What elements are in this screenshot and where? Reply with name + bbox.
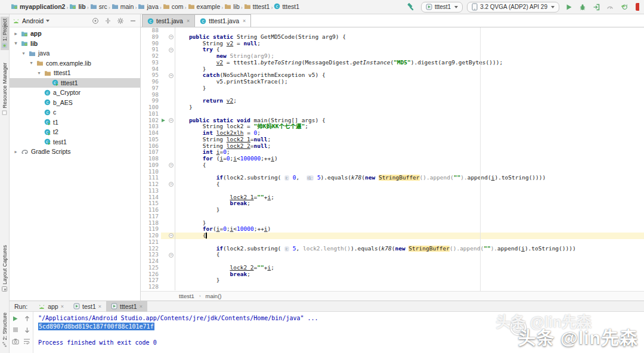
chevron-down-icon[interactable]: ▾ (36, 70, 42, 76)
breadcrumb-item-lib[interactable]: lib (69, 3, 85, 10)
tree-item-t1[interactable]: ct1 (10, 117, 140, 128)
tree-item-c[interactable]: cc (10, 107, 140, 117)
breadcrumb-item-tttest1[interactable]: ctttest1 (274, 3, 299, 10)
editor-breadcrumb-item[interactable]: tttest1 (179, 293, 194, 299)
code-text[interactable]: { (175, 252, 644, 258)
fold-marker-icon[interactable]: − (169, 35, 174, 39)
code-text[interactable]: int i=0; (175, 149, 644, 156)
fold-marker-icon[interactable]: − (169, 233, 174, 238)
breadcrumb-item-lib[interactable]: lib (224, 3, 240, 10)
run-icon[interactable] (564, 2, 574, 13)
run-tab-app[interactable]: app× (33, 301, 69, 312)
code-text[interactable]: public static String GetMD5Code(String a… (175, 34, 644, 41)
code-text[interactable]: String lock2_2=null; (175, 143, 644, 150)
tree-item-a_Cryptor[interactable]: ca_Cryptor (10, 88, 140, 98)
code-text[interactable]: public static void main(String[] args) { (175, 117, 644, 124)
down-arrow-icon[interactable] (23, 326, 31, 334)
code-text[interactable]: return v2; (175, 98, 644, 104)
code-text[interactable]: try { (175, 47, 644, 53)
code-text[interactable]: break; (175, 200, 644, 207)
code-text[interactable]: new String(arg9); (175, 53, 644, 60)
fold-marker-icon[interactable]: − (169, 118, 174, 123)
breadcrumb-item-myapplication2[interactable]: myapplication2 (11, 3, 65, 10)
tree-item-app[interactable]: ▸app (10, 29, 140, 39)
code-text[interactable] (175, 169, 644, 175)
fold-marker-icon[interactable]: − (169, 48, 174, 52)
breadcrumb-item-tttest1[interactable]: tttest1 (244, 3, 270, 10)
collapse-all-icon[interactable] (104, 17, 112, 25)
code-text[interactable] (175, 111, 644, 117)
code-text[interactable]: } (175, 277, 644, 284)
fold-marker-icon[interactable]: − (169, 163, 174, 168)
code-text[interactable]: v2 = tttest1.byteToString(MessageDigest.… (175, 60, 644, 66)
code-text[interactable]: } (175, 66, 644, 73)
breadcrumb-item-java[interactable]: java (138, 3, 158, 10)
code-editor[interactable]: 8889− public static String GetMD5Code(St… (141, 27, 644, 291)
code-text[interactable]: if(lock2.substring( i: 0, i1: 5).equals(… (175, 175, 644, 181)
soft-wrap-icon[interactable] (23, 337, 31, 345)
stop-partial-icon[interactable] (636, 3, 639, 11)
code-text[interactable]: } (175, 207, 644, 213)
locate-icon[interactable] (91, 17, 100, 25)
chevron-down-icon[interactable]: ▾ (13, 41, 18, 46)
hide-panel-icon[interactable] (129, 17, 137, 25)
project-view-selector[interactable]: Android (22, 17, 44, 24)
code-text[interactable]: { (175, 162, 644, 169)
tree-item-t2[interactable]: ct2 (10, 127, 140, 137)
code-text[interactable]: String v2 = null; (175, 41, 644, 47)
tool-strip-1: Project[interactable]: 1: Project (1, 17, 9, 50)
code-text[interactable]: } (175, 104, 644, 111)
code-text[interactable]: v5.printStackTrace(); (175, 79, 644, 85)
run-tab-tttest1[interactable]: tttest1× (106, 301, 147, 312)
tree-item-test1[interactable]: ctest1 (10, 137, 140, 147)
code-text[interactable]: for (i=0;i<100000;++i) (175, 156, 644, 162)
code-text[interactable] (175, 258, 644, 265)
rerun-icon[interactable] (11, 314, 20, 323)
chevron-right-icon[interactable]: ▸ (13, 149, 18, 154)
code-text[interactable]: catch(NoSuchAlgorithmException v5) { (175, 72, 644, 79)
fold-marker-icon[interactable]: − (169, 73, 174, 78)
code-text[interactable]: { (175, 233, 644, 239)
run-tab-test1[interactable]: test1× (69, 301, 106, 312)
code-text[interactable]: { (175, 181, 644, 188)
up-arrow-icon[interactable] (23, 314, 31, 323)
build-hammer-icon[interactable] (406, 2, 417, 13)
close-icon[interactable]: × (98, 304, 101, 309)
editor-tab-test1.java[interactable]: ctest1.java× (142, 14, 195, 27)
attach-profiler-icon[interactable] (591, 2, 602, 13)
tool-strip-2: Structure[interactable]: 2: Structure (1, 311, 9, 349)
code-text[interactable] (175, 188, 644, 194)
breadcrumb-item-src[interactable]: src (90, 3, 107, 10)
chevron-right-icon[interactable]: ▸ (13, 31, 18, 36)
tree-item-com.example.lib[interactable]: ▾com.example.lib (10, 58, 140, 69)
code-text[interactable]: } (175, 85, 644, 92)
breadcrumb-item-example[interactable]: example (188, 3, 221, 10)
code-text[interactable] (175, 92, 644, 98)
run-gutter-icon[interactable] (162, 119, 165, 122)
tree-item-Gradle Scripts[interactable]: ▸Gradle Scripts (10, 147, 140, 157)
tool-strip-Resource Manager[interactable]: Resource Manager (1, 61, 9, 117)
profiler-icon[interactable] (605, 2, 615, 13)
device-selector[interactable]: 3.2 QVGA (ADP2) API 29 (467, 2, 559, 13)
tool-strip-Layout Captures[interactable]: Layout Captures (1, 243, 9, 293)
settings-gear-icon[interactable] (116, 17, 125, 25)
chevron-down-icon[interactable]: ▾ (21, 51, 26, 56)
code-text[interactable]: int lock2xlh = 0; (175, 130, 644, 137)
code-text[interactable]: } (175, 220, 644, 227)
code-text[interactable]: if(lock2.substring( i: 5, lock2.length()… (175, 246, 644, 252)
code-text[interactable]: String lock2 = "帅K妈KK个七个逼"; (175, 123, 644, 130)
apply-changes-icon[interactable] (618, 2, 629, 13)
code-text[interactable] (175, 239, 644, 246)
selected-console-text[interactable]: 5cd8907d8bd819c187f00f88c101e71f (38, 323, 154, 331)
tree-item-java[interactable]: ▾java (10, 48, 140, 58)
code-text[interactable] (175, 27, 644, 34)
tree-item-tttest1[interactable]: ctttest1 (10, 78, 140, 88)
chevron-down-icon[interactable]: ▾ (29, 60, 34, 66)
breadcrumb-item-main[interactable]: main (112, 3, 134, 10)
stop-icon[interactable] (11, 326, 20, 334)
code-text[interactable] (175, 284, 644, 290)
code-text[interactable]: String lock2_1=null; (175, 137, 644, 143)
code-text[interactable]: for(i=0;i<10000;++i) (175, 226, 644, 233)
fold-marker-icon[interactable]: − (169, 253, 174, 258)
tree-item-lib[interactable]: ▾lib (10, 39, 140, 49)
